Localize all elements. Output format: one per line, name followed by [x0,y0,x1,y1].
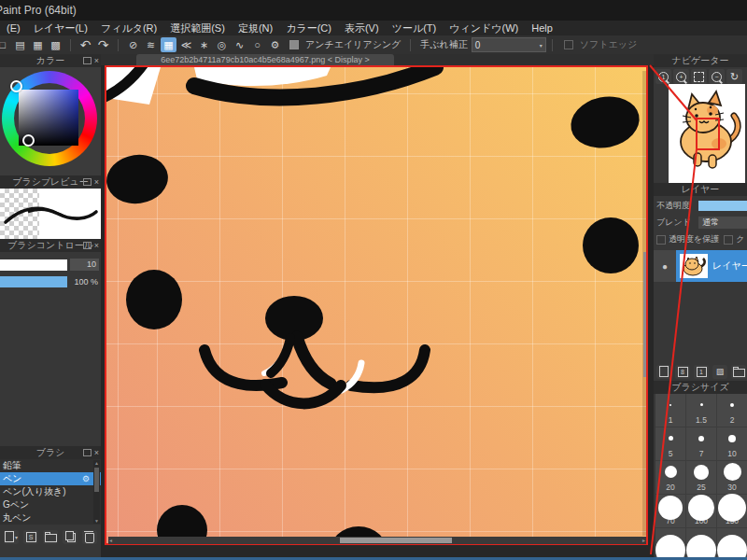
concentric-snap-icon[interactable]: ◎ [214,37,230,52]
opacity-slider[interactable] [698,201,747,211]
document-icon[interactable]: ▤ [12,37,28,52]
redo-icon[interactable]: ↷ [95,37,111,52]
add-halftone-layer-button[interactable]: ▨ [712,365,727,379]
brush-size-cell[interactable]: 25 [686,461,716,494]
brush-item-pen-taper[interactable]: ペン(入り抜き) [0,485,101,498]
layer-row[interactable]: ● レイヤー1 [654,250,747,282]
brush-item-gpen[interactable]: Gペン [0,498,101,511]
scroll-down-icon[interactable]: ▼ [93,518,100,524]
brush-size-cell[interactable] [686,528,716,557]
brush-size-cell[interactable] [655,528,685,557]
brush-size-cell[interactable]: 5 [655,427,685,460]
document-tab[interactable]: 6ee72b2b4711a79cb10ac4b5e68a4967.png < D… [136,54,394,65]
menu-item-layer[interactable]: レイヤー(L) [27,21,94,35]
duplicate-brush-button[interactable] [63,530,78,544]
popout-icon[interactable] [83,242,92,249]
layer-selected[interactable]: レイヤー1 [676,250,747,282]
brush-size-cell[interactable]: 2 [717,394,747,427]
chevron-down-icon: ▾ [540,42,543,49]
navigator-thumbnail[interactable] [669,84,745,183]
brush-size-cell[interactable]: 70 [655,495,685,527]
brush-size-cell[interactable]: 30 [717,461,747,494]
brush-item-maru-pen[interactable]: 丸ペン [0,511,101,525]
stabilizer-select[interactable]: 0 ▾ [472,37,546,52]
parallel-snap-icon[interactable]: ≋ [143,37,159,52]
popout-icon[interactable] [83,449,92,456]
zoom-out-button[interactable]: − [709,69,725,84]
scrollbar-thumb[interactable] [340,538,452,543]
menu-item-window[interactable]: ウィンドウ(W) [443,21,525,35]
brush-size-cell[interactable]: 150 [717,495,747,527]
add-layer-button[interactable] [656,365,671,379]
fit-window-button[interactable] [691,69,707,84]
brush-size-cell[interactable]: 100 [686,495,716,527]
brush-size-cell[interactable] [717,528,747,557]
brush-size-cell[interactable]: 10 [717,427,747,460]
grid-snap-icon[interactable]: ▦ [161,37,176,52]
popout-icon[interactable] [83,57,92,64]
brush-size-cell[interactable]: 1.5 [686,394,716,427]
add-brush-button[interactable]: ▾ [4,530,19,544]
brush-size-cell[interactable]: 1 [655,394,685,427]
brush-list-scrollbar[interactable]: ▲ ▼ [93,460,100,524]
no-snap-icon[interactable]: ⊘ [125,37,141,52]
close-icon[interactable]: × [94,179,99,186]
radial-snap-icon[interactable]: ∗ [196,37,212,52]
scroll-left-icon[interactable]: ◂ [109,537,112,544]
curve-snap-icon[interactable]: ∿ [232,37,247,52]
brush-opacity-slider[interactable] [0,276,67,287]
softedge-checkbox[interactable] [564,40,573,49]
brush-size-cell[interactable]: 7 [686,427,716,460]
snap-settings-gear-icon[interactable]: ⚙ [267,37,283,52]
brush-size-value[interactable]: 10 [70,259,99,271]
undo-icon[interactable]: ↶ [78,37,93,52]
zoom-100-button[interactable]: 1 [655,69,671,84]
canvas-grid-icon[interactable]: ▩ [48,37,63,52]
brush-opacity-value: 100 % [74,275,98,288]
popout-icon[interactable] [83,178,92,186]
menu-item-view[interactable]: 表示(V) [338,21,386,35]
close-icon[interactable]: × [94,450,99,456]
menu-item-filter[interactable]: フィルタ(R) [94,21,163,35]
close-icon[interactable]: × [94,243,99,249]
brush-size-cell[interactable]: 20 [655,461,685,494]
vanishing-point-icon[interactable]: ≪ [178,37,194,52]
canvas[interactable] [105,65,648,545]
add-layer-folder-button[interactable] [731,365,746,379]
antialias-checkbox[interactable] [289,40,299,49]
menu-item-ruler[interactable]: 定規(N) [232,21,279,35]
clipping-checkbox[interactable] [724,235,733,245]
brush-opacity-slider-row: 100 % [0,275,101,288]
note-icon[interactable]: □ [0,37,10,52]
scroll-up-icon[interactable]: ▲ [93,460,100,466]
brush-settings-gear-icon[interactable]: ⚙ [82,472,90,485]
brush-folder-button[interactable] [43,530,58,544]
menu-item-tool[interactable]: ツール(T) [386,21,444,35]
menu-item-edit[interactable]: (E) [0,21,27,35]
document-lines-icon[interactable]: ▦ [30,37,46,52]
menu-item-select[interactable]: 選択範囲(S) [163,21,232,35]
scrollbar-thumb[interactable] [94,468,99,492]
scroll-right-icon[interactable]: ▸ [642,537,645,544]
blend-select[interactable]: 通常 [698,217,747,229]
layer-visibility-icon[interactable]: ● [654,250,676,282]
brush-size-slider[interactable] [0,259,67,271]
menu-item-help[interactable]: Help [525,21,559,35]
hue-marker[interactable] [10,80,22,92]
sv-marker[interactable] [22,134,35,147]
zoom-in-button[interactable]: + [673,69,689,84]
rotate-view-icon[interactable]: ↻ [726,69,742,84]
canvas-horizontal-scrollbar[interactable]: ◂ ▸ [108,537,646,544]
add-1bit-layer-button[interactable]: 1 [694,365,709,379]
brush-item-pencil[interactable]: 鉛筆 [0,459,101,472]
scrollbar-thumb[interactable] [643,252,648,377]
brush-script-button[interactable]: S [23,530,38,544]
brush-item-pen[interactable]: ペン ⚙ [0,472,101,485]
menu-item-color[interactable]: カラー(C) [279,21,338,35]
canvas-vertical-scrollbar[interactable] [642,71,648,536]
close-icon[interactable]: × [94,58,99,64]
add-8bit-layer-button[interactable]: 8 [675,365,690,379]
protect-alpha-checkbox[interactable] [656,235,666,245]
delete-brush-button[interactable] [82,530,97,544]
ellipse-snap-icon[interactable]: ○ [249,37,265,52]
